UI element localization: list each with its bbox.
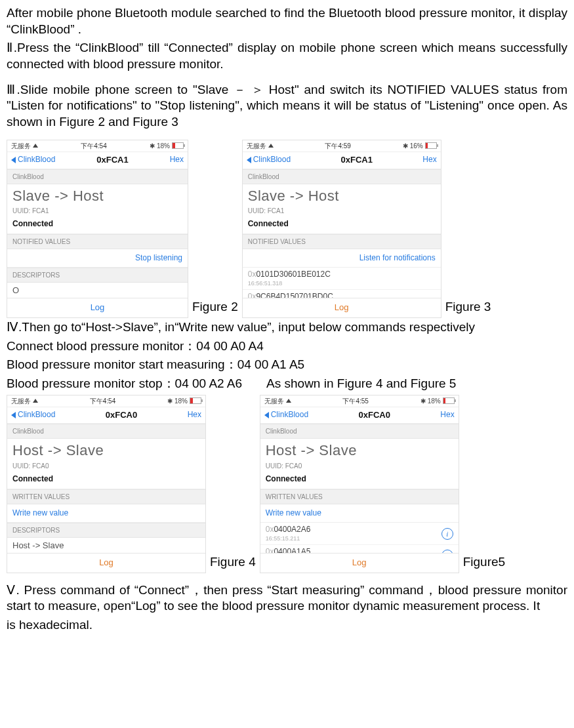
carrier-label: 无服务 [247,142,266,150]
paragraph-step5b: is hexadecimal. [7,617,567,634]
cmd-stop: Blood pressure monitor stop：04 00 A2 A6 … [7,376,567,392]
navbar: ClinkBlood 0xFCA0 Hex [260,407,459,424]
battery-pct: 16% [410,142,423,150]
section-clinkblood: ClinkBlood [243,169,441,184]
statusbar: 无服务 下午4:54 ✱ 18% [7,140,188,152]
battery-icon [425,142,437,149]
figure-row-2-3: 无服务 下午4:54 ✱ 18% ClinkBlood 0xFCA1 Hex C… [7,140,567,318]
battery-icon [443,397,455,404]
clock-label: 下午4:54 [90,397,115,405]
figure5-caption: Figure5 [459,554,509,573]
clock-label: 下午4:55 [342,397,368,405]
char-uuid: UUID: FCA1 [12,207,182,215]
characteristic-header: Host -> Slave UUID: FCA0 Connected [7,439,205,489]
figure2-phone: 无服务 下午4:54 ✱ 18% ClinkBlood 0xFCA1 Hex C… [7,140,188,318]
cmd-connect: Connect blood pressure monitor：04 00 A0 … [7,338,567,355]
nav-hex-button[interactable]: Hex [440,410,454,420]
listen-notifications-button[interactable]: Listen for notifications [243,249,441,268]
carrier-label: 无服务 [264,397,284,405]
battery-icon [190,397,201,404]
connected-label: Connected [12,219,182,230]
connected-label: Connected [248,219,436,230]
nav-hex-button[interactable]: Hex [188,410,201,420]
navbar: ClinkBlood 0xFCA0 Hex [7,407,205,424]
nav-hex-button[interactable]: Hex [170,155,184,165]
clock-label: 下午4:59 [325,142,350,150]
statusbar: 无服务 下午4:59 ✱ 16% [243,140,441,152]
battery-pct: 18% [428,397,441,405]
chevron-left-icon[interactable] [11,412,16,418]
section-descriptors: DESCRIPTORS [7,523,205,538]
char-title: Slave -> Host [248,187,436,206]
chevron-left-icon[interactable] [11,157,16,163]
nav-title: 0xFCA0 [359,410,390,421]
paragraph-intro: After mobile phone Bluetooth module sear… [7,5,567,37]
figure-row-4-5: 无服务 下午4:54 ✱ 18% ClinkBlood 0xFCA0 Hex C… [7,395,567,573]
notified-value-row[interactable]: 0x0101D30601BE012C16:56:51.318 [243,268,441,289]
bluetooth-icon: ✱ [403,142,408,150]
descriptor-value: O [12,285,182,296]
nav-title: 0xFCA1 [96,155,128,166]
section-notified: NOTIFIED VALUES [7,234,188,249]
carrier-label: 无服务 [11,142,31,150]
char-uuid: UUID: FCA0 [12,462,200,470]
log-button[interactable]: Log [7,298,188,317]
write-new-value-button[interactable]: Write new value [260,504,459,523]
char-uuid: UUID: FCA0 [266,462,453,470]
log-button[interactable]: Log [7,553,205,573]
figure2-caption: Figure 2 [188,299,242,318]
char-uuid: UUID: FCA1 [248,207,436,215]
battery-pct: 18% [157,142,170,150]
section-descriptors: DESCRIPTORS [7,268,188,283]
figure4-caption: Figure 4 [206,554,260,573]
char-title: Host -> Slave [12,441,200,460]
section-clinkblood: ClinkBlood [7,424,205,439]
section-notified: NOTIFIED VALUES [243,234,441,249]
wifi-icon [286,399,291,403]
stop-listening-button[interactable]: Stop listening [7,249,188,268]
characteristic-header: Host -> Slave UUID: FCA0 Connected [260,439,459,489]
descriptor-value: Host -> Slave [12,540,200,552]
statusbar: 无服务 下午4:54 ✱ 18% [7,395,205,407]
bluetooth-icon: ✱ [420,397,426,405]
paragraph-step2: Ⅱ.Press the “ClinkBlood” till “Connected… [7,40,567,72]
written-value-row[interactable]: 0x0400A2A616:55:15.211 i [260,523,459,544]
navbar: ClinkBlood 0xFCA1 Hex [243,152,441,169]
figure3-phone: 无服务 下午4:59 ✱ 16% ClinkBlood 0xFCA1 Hex C… [242,140,441,318]
bluetooth-icon: ✱ [167,397,173,405]
nav-back-button[interactable]: ClinkBlood [18,410,55,420]
write-new-value-button[interactable]: Write new value [7,504,205,523]
nav-back-button[interactable]: ClinkBlood [271,410,308,420]
navbar: ClinkBlood 0xFCA1 Hex [7,152,188,169]
bluetooth-icon: ✱ [150,142,155,150]
paragraph-step5: Ⅴ. Press command of “Connect”，then press… [7,582,567,615]
nav-title: 0xFCA1 [341,155,373,166]
wifi-icon [33,144,38,148]
chevron-left-icon[interactable] [264,412,269,418]
nav-title: 0xFCA0 [106,410,137,421]
char-title: Slave -> Host [12,187,182,206]
log-button[interactable]: Log [243,298,441,317]
paragraph-step4: Ⅳ.Then go to“Host->Slave”, in“Write new … [7,319,567,336]
paragraph-step3: Ⅲ.Slide mobile phone screen to "Slave － … [7,82,567,131]
wifi-icon [268,144,274,148]
nav-back-button[interactable]: ClinkBlood [253,155,291,165]
characteristic-header: Slave -> Host UUID: FCA1 Connected [243,184,441,234]
nav-hex-button[interactable]: Hex [422,155,436,165]
chevron-left-icon[interactable] [247,157,251,163]
wifi-icon [33,399,38,403]
figure4-phone: 无服务 下午4:54 ✱ 18% ClinkBlood 0xFCA0 Hex C… [7,395,206,573]
section-clinkblood: ClinkBlood [7,169,188,184]
section-written: WRITTEN VALUES [260,489,459,504]
cmd-start: Blood pressure monitor start measuring：0… [7,357,567,373]
log-button[interactable]: Log [260,553,459,573]
nav-back-button[interactable]: ClinkBlood [18,155,55,165]
section-clinkblood: ClinkBlood [260,424,459,439]
info-icon[interactable]: i [441,528,453,540]
statusbar: 无服务 下午4:55 ✱ 18% [260,395,459,407]
battery-icon [172,142,184,149]
section-written: WRITTEN VALUES [7,489,205,504]
char-title: Host -> Slave [266,441,453,460]
figure3-caption: Figure 3 [441,299,495,318]
connected-label: Connected [266,474,453,485]
